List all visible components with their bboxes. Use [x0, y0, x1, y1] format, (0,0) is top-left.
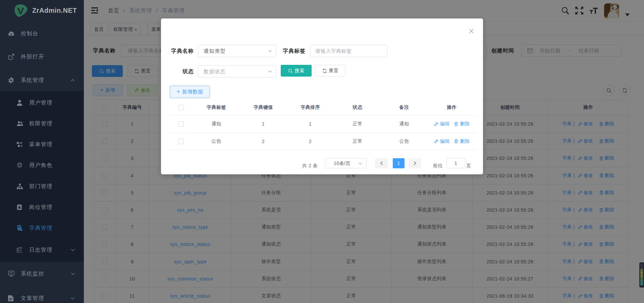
- svg-text:V: V: [17, 6, 24, 16]
